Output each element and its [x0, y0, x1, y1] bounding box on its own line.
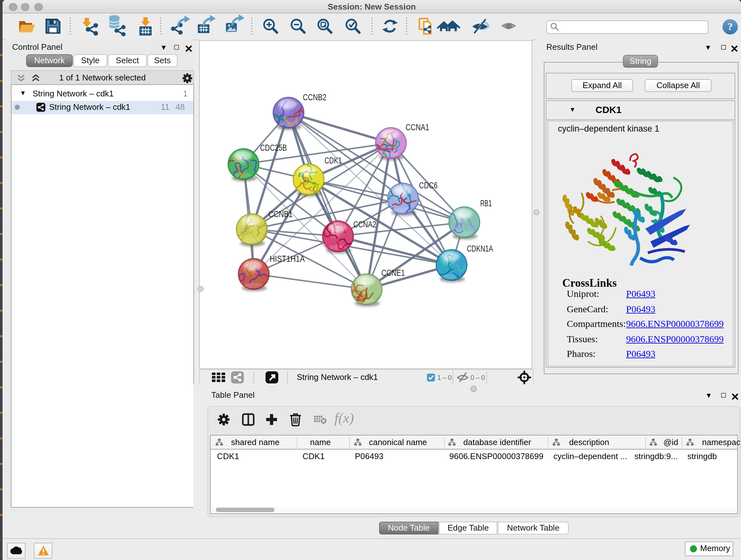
svg-text:CCNA1: CCNA1: [406, 123, 429, 132]
svg-text:CCNE1: CCNE1: [381, 268, 405, 278]
svg-text:CDC25B: CDC25B: [260, 143, 287, 152]
svg-text:RB1: RB1: [480, 199, 492, 208]
svg-text:CCNB1: CCNB1: [268, 209, 293, 219]
svg-text:CCNB2: CCNB2: [303, 92, 327, 102]
svg-text:CDC6: CDC6: [419, 181, 437, 190]
svg-text:CDK1: CDK1: [325, 156, 342, 165]
svg-text:HIST1H1A: HIST1H1A: [270, 254, 305, 264]
svg-text:CDKN1A: CDKN1A: [467, 244, 493, 253]
svg-text:CCNA2: CCNA2: [353, 220, 376, 229]
